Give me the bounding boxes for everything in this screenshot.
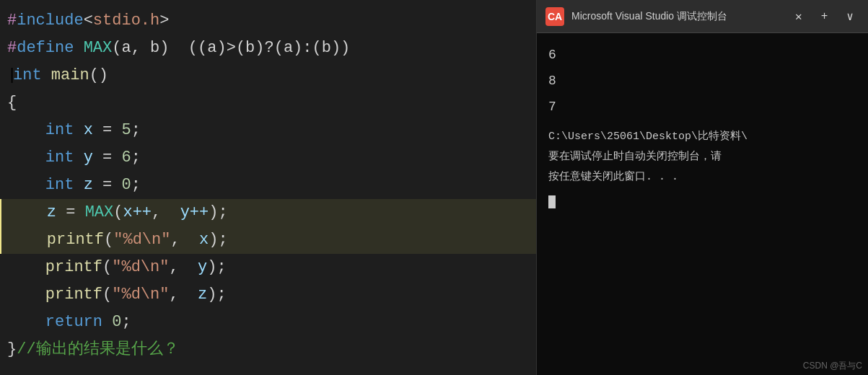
terminal-path-line1: C:\Users\25061\Desktop\比特资料\ bbox=[548, 128, 856, 146]
output-line-2: 8 bbox=[548, 68, 856, 94]
csdn-watermark: CSDN @吾与C bbox=[803, 360, 862, 372]
output-line-1: 6 bbox=[548, 42, 856, 68]
terminal-add-button[interactable]: + bbox=[815, 9, 834, 25]
terminal-close-button[interactable]: ✕ bbox=[789, 8, 808, 25]
include-kw: include bbox=[17, 7, 83, 35]
terminal-chevron-button[interactable]: ∨ bbox=[841, 8, 859, 25]
output-line-3: 7 bbox=[548, 94, 856, 120]
hash-1: # bbox=[7, 7, 17, 35]
terminal-cursor bbox=[548, 195, 556, 208]
terminal-app-icon: CA bbox=[545, 7, 564, 26]
terminal-path-line2: 要在调试停止时自动关闭控制台，请 bbox=[548, 149, 856, 166]
terminal-titlebar: CA Microsoft Visual Studio 调试控制台 ✕ + ∨ bbox=[537, 0, 868, 33]
terminal-title: Microsoft Visual Studio 调试控制台 bbox=[571, 10, 782, 23]
terminal-content: 6 8 7 C:\Users\25061\Desktop\比特资料\ 要在调试停… bbox=[537, 33, 868, 375]
terminal-window: CA Microsoft Visual Studio 调试控制台 ✕ + ∨ 6… bbox=[536, 0, 868, 375]
terminal-path-line3: 按任意键关闭此窗口. . . bbox=[548, 169, 856, 186]
